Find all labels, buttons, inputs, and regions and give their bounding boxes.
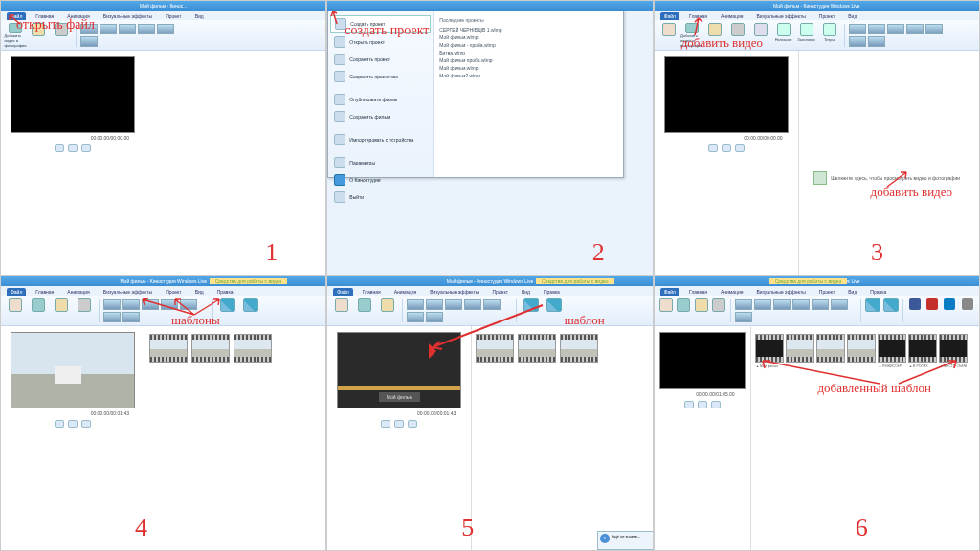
tab-proj[interactable]: Проект: [815, 12, 838, 20]
rotate-icon: [243, 298, 258, 312]
tab-view[interactable]: Вид: [844, 12, 860, 20]
tab-fx[interactable]: Визуальные эффекты: [100, 12, 156, 20]
ribbon-tabs: ФайлГлавнаяАнимацияВизуальные эффектыПро…: [327, 286, 652, 296]
step-number: 2: [592, 238, 605, 267]
recent-item[interactable]: Мой фильм проба.wlmp: [439, 56, 617, 64]
menu-options[interactable]: Параметры: [330, 155, 431, 170]
clip[interactable]: [847, 334, 876, 363]
clip[interactable]: [518, 334, 556, 363]
tab-anim[interactable]: Анимация: [717, 12, 746, 20]
menu-save-project[interactable]: Сохранить проект: [330, 52, 431, 67]
title-bar: Мой фильм - Киностудия Windows LiveСредс…: [1, 276, 325, 286]
add-video-button[interactable]: [28, 298, 49, 323]
clip[interactable]: [476, 334, 514, 363]
file-menu: Создать проект Открыть проект Сохранить …: [327, 11, 624, 178]
theme-gallery[interactable]: [849, 24, 954, 47]
title-bar: Мой фильм - Киностудия Windows LiveСредс…: [327, 276, 652, 286]
menu-open-project[interactable]: Открыть проект: [330, 34, 431, 50]
tab-proj[interactable]: Проект: [162, 12, 185, 20]
recent-item[interactable]: Битва.wlmp: [439, 49, 617, 56]
preview-pane: 00:00.00/00:00.00: [655, 51, 798, 275]
snapshot-button[interactable]: [750, 23, 771, 48]
title-button[interactable]: Название: [773, 23, 794, 48]
clip[interactable]: [786, 334, 814, 363]
paste-button[interactable]: [658, 23, 679, 48]
social-sky[interactable]: [942, 298, 957, 323]
title-overlay: Мой фильм: [379, 392, 420, 402]
theme-gallery[interactable]: [103, 299, 209, 322]
recent-item[interactable]: СЕРГЕЙ ЧЕРНІВЦІВ 1.wlmp: [439, 26, 617, 33]
ribbon-tabs: ФайлГлавнаяАнимацияВизуальные эффектыПро…: [655, 286, 979, 296]
clip[interactable]: [149, 334, 188, 363]
playback-controls[interactable]: [708, 144, 745, 152]
panel-1: Мой фильм - Кинос... Файл Главная Анимац…: [0, 0, 326, 276]
add-video-button[interactable]: Добавить видео и фотографии: [681, 23, 702, 48]
social-fb[interactable]: [907, 298, 923, 323]
menu-save-movie[interactable]: Сохранить фильм: [330, 109, 431, 124]
recent-item[interactable]: Мой фильм.wlmp: [439, 64, 617, 72]
panel-6: Мой фильм - Киностудия Windows LiveСредс…: [654, 276, 980, 551]
theme-gallery[interactable]: [407, 299, 512, 322]
step-number: 3: [871, 238, 883, 267]
step-number: 6: [856, 514, 868, 542]
time-label: 00:00.00/00:01:43: [417, 410, 465, 416]
clip[interactable]: [234, 334, 272, 363]
file-tab[interactable]: Файл: [7, 288, 26, 296]
tab-anim[interactable]: Анимация: [63, 12, 93, 20]
ribbon: Добавить видео и фотографии Название Заг…: [655, 20, 979, 51]
menu-new-project[interactable]: Создать проект: [330, 15, 431, 33]
playback-controls[interactable]: [381, 420, 417, 428]
recent-item[interactable]: Мой фильм.wlmp: [439, 33, 617, 41]
file-tab[interactable]: Файл: [660, 12, 679, 20]
help-popup[interactable]: ?Ещё не знаете...: [597, 531, 654, 550]
tab-view[interactable]: Вид: [191, 12, 208, 20]
preview-video: Мой фильм: [337, 332, 461, 408]
add-video-button[interactable]: Добавить видео и фотографии: [5, 23, 26, 48]
tab-fx[interactable]: Визуальные эффекты: [752, 12, 809, 20]
clip[interactable]: [816, 334, 845, 363]
storyboard[interactable]: [145, 51, 325, 275]
clip-credits[interactable]: ▲ В РОЛЯХ: [908, 334, 937, 363]
add-music-button[interactable]: [28, 23, 49, 48]
menu-about[interactable]: О Киностудии: [330, 172, 431, 187]
storyboard[interactable]: Щелкните здесь, чтобы просмотреть видео …: [798, 51, 979, 275]
playback-controls[interactable]: [684, 401, 721, 408]
credits-button[interactable]: Титры: [819, 23, 840, 48]
storyboard[interactable]: [145, 326, 325, 550]
time-label: 00:00.00/00:01:43: [91, 410, 139, 416]
caption-button[interactable]: Заголовок: [796, 23, 817, 48]
rotate-icon: [220, 298, 235, 312]
clip[interactable]: [191, 334, 230, 363]
menu-exit[interactable]: Выйти: [330, 189, 431, 205]
theme-gallery[interactable]: [80, 24, 186, 47]
clip-credits[interactable]: ▲ МЕСТО СЪЕМКИ: [939, 334, 968, 363]
storyboard[interactable]: ?Ещё не знаете...: [471, 326, 652, 550]
time-label: 00:00.00/00:00.00: [91, 135, 139, 141]
playback-controls[interactable]: [55, 144, 91, 152]
menu-import[interactable]: Импортировать с устройства: [330, 132, 431, 147]
tab-home[interactable]: Главная: [32, 12, 57, 20]
recent-item[interactable]: Мой фильм2.wlmp: [439, 72, 617, 79]
clip-credits[interactable]: ▲ РЕЖИССЕР: [878, 334, 906, 363]
preview-pane: 00:00.00/00:01:43: [1, 326, 145, 550]
photo-icon: [813, 171, 827, 185]
social-more[interactable]: [960, 298, 975, 323]
add-music-button[interactable]: [704, 23, 725, 48]
panel-3: Мой фильм - Киностудия Windows Live Файл…: [654, 0, 980, 276]
ribbon: Добавить видео и фотографии: [1, 20, 325, 51]
webcam-button[interactable]: [727, 23, 748, 48]
file-tab[interactable]: Файл: [7, 12, 26, 20]
tab-home[interactable]: Главная: [685, 12, 711, 20]
webcam-button[interactable]: [51, 23, 72, 48]
ribbon-tabs: Файл Главная Анимация Визуальные эффекты…: [1, 11, 325, 20]
menu-publish[interactable]: Опубликовать фильм: [330, 92, 431, 107]
clip-title[interactable]: ▲ Мой фильм: [755, 334, 784, 363]
clip[interactable]: [560, 334, 598, 363]
menu-save-as[interactable]: Сохранить проект как: [330, 69, 431, 84]
playback-controls[interactable]: [55, 420, 91, 428]
social-yt[interactable]: [924, 298, 940, 323]
theme-gallery[interactable]: [735, 299, 857, 322]
recent-item[interactable]: Мой фильм - проба.wlmp: [439, 41, 617, 49]
storyboard-placeholder[interactable]: Щелкните здесь, чтобы просмотреть видео …: [813, 171, 960, 185]
preview-pane: Мой фильм 00:00.00/00:01:43: [327, 326, 471, 550]
